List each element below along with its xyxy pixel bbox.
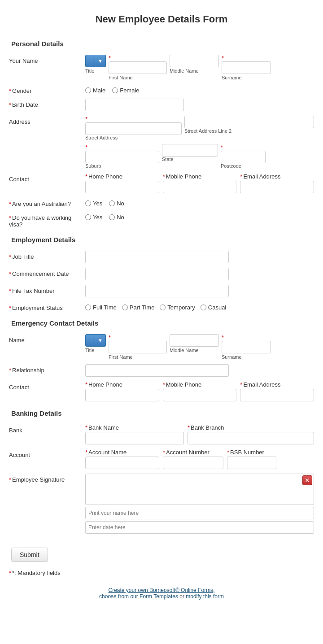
emergency-title-arrow[interactable]: ▼ bbox=[95, 334, 106, 347]
street1-group: * Street Address bbox=[85, 116, 182, 140]
account-name-header: *Account Name bbox=[85, 449, 159, 456]
emergency-mobile-phone-input[interactable] bbox=[163, 389, 237, 401]
address-row: Address * Street Address Street Address … bbox=[7, 116, 316, 169]
emergency-surname-input[interactable] bbox=[222, 341, 271, 353]
bsb-input[interactable] bbox=[227, 457, 276, 469]
file-tax-input[interactable] bbox=[85, 285, 229, 297]
job-title-row: *Job Title bbox=[7, 251, 316, 263]
suburb-group: * Suburb bbox=[85, 144, 159, 169]
casual-option[interactable]: Casual bbox=[201, 304, 226, 311]
australian-yes-option[interactable]: Yes bbox=[85, 200, 102, 207]
full-time-radio[interactable] bbox=[85, 305, 91, 310]
create-forms-link[interactable]: Create your own Borneosoft® Online Forms… bbox=[109, 587, 215, 593]
signature-name-input[interactable] bbox=[85, 507, 314, 519]
middle-name-label: Middle Name bbox=[170, 68, 219, 74]
account-row: Account *Account Name *Account Number *B… bbox=[7, 449, 316, 469]
modify-form-link[interactable]: modify this form bbox=[186, 593, 224, 600]
bank-input-row bbox=[85, 432, 314, 444]
relationship-input[interactable] bbox=[85, 364, 229, 377]
mobile-phone-input[interactable] bbox=[163, 181, 237, 193]
female-radio[interactable] bbox=[112, 87, 118, 93]
male-option[interactable]: Male bbox=[85, 87, 105, 94]
signature-clear-btn[interactable]: ✕ bbox=[302, 475, 312, 485]
full-time-label: Full Time bbox=[93, 304, 117, 311]
australian-row: *Are you an Australian? Yes No bbox=[7, 198, 316, 207]
file-tax-content bbox=[85, 285, 314, 297]
title-arrow-btn[interactable]: ▼ bbox=[95, 55, 106, 67]
postcode-input[interactable] bbox=[221, 151, 266, 163]
emergency-contact-heading: Emergency Contact Details bbox=[7, 316, 316, 331]
visa-yes-option[interactable]: Yes bbox=[85, 214, 102, 221]
street2-group: Street Address Line 2 bbox=[184, 116, 314, 140]
banking-details-section: Banking Details Bank *Bank Name *Bank Br… bbox=[7, 406, 316, 535]
home-phone-label-group: *Home Phone bbox=[85, 173, 159, 180]
mandatory-note: **: Mandatory fields bbox=[7, 568, 316, 578]
street1-input[interactable] bbox=[85, 122, 182, 135]
account-label: Account bbox=[9, 449, 85, 458]
title-dropdown[interactable]: ▼ bbox=[85, 55, 106, 67]
surname-input[interactable] bbox=[222, 61, 271, 74]
temporary-option[interactable]: Temporary bbox=[160, 304, 195, 311]
australian-yes-radio[interactable] bbox=[85, 200, 91, 206]
emergency-title-btn[interactable] bbox=[85, 334, 95, 347]
email-header: Email Address bbox=[243, 173, 280, 180]
bank-name-input[interactable] bbox=[85, 432, 184, 444]
suburb-label: Suburb bbox=[85, 163, 159, 169]
emergency-contact-inputs bbox=[85, 389, 314, 401]
bsb-header: *BSB Number bbox=[227, 449, 314, 456]
female-option[interactable]: Female bbox=[112, 87, 139, 94]
part-time-radio[interactable] bbox=[122, 305, 128, 310]
casual-radio[interactable] bbox=[201, 305, 206, 310]
middle-name-input[interactable] bbox=[170, 55, 219, 67]
part-time-option[interactable]: Part Time bbox=[122, 304, 155, 311]
personal-details-section: Personal Details Your Name ▼ Title * Fir… bbox=[7, 36, 316, 228]
australian-no-radio[interactable] bbox=[109, 200, 115, 206]
emergency-first-name-group: * First Name bbox=[109, 334, 167, 360]
account-name-input[interactable] bbox=[85, 457, 159, 469]
submit-button[interactable]: Submit bbox=[11, 548, 48, 562]
commencement-date-label: *Commencement Date bbox=[9, 268, 85, 277]
gender-label: *Gender bbox=[9, 85, 85, 94]
email-input[interactable] bbox=[240, 181, 314, 193]
relationship-row: *Relationship bbox=[7, 364, 316, 377]
signature-canvas[interactable]: ✕ bbox=[85, 474, 314, 505]
commencement-date-input[interactable] bbox=[85, 268, 229, 280]
australian-label: *Are you an Australian? bbox=[9, 198, 85, 207]
gender-content: Male Female bbox=[85, 85, 314, 94]
employee-signature-label: *Employee Signature bbox=[9, 474, 85, 483]
job-title-input[interactable] bbox=[85, 251, 229, 263]
form-templates-link[interactable]: choose from our Form Templates bbox=[99, 593, 178, 600]
visa-yes-label: Yes bbox=[93, 214, 102, 221]
first-name-group: * First Name bbox=[109, 55, 167, 80]
emergency-middle-name-input[interactable] bbox=[170, 334, 219, 347]
suburb-input[interactable] bbox=[85, 151, 159, 163]
emergency-contact-labels: *Home Phone *Mobile Phone *Email Address bbox=[85, 381, 314, 388]
emergency-title-dropdown[interactable]: ▼ bbox=[85, 334, 106, 347]
contact-label: Contact bbox=[9, 173, 85, 183]
temporary-radio[interactable] bbox=[160, 305, 166, 310]
gender-radio-group: Male Female bbox=[85, 85, 140, 94]
working-visa-content: Yes No bbox=[85, 212, 314, 221]
surname-required: * bbox=[222, 55, 270, 61]
state-input[interactable] bbox=[162, 144, 218, 157]
visa-no-radio[interactable] bbox=[109, 214, 115, 220]
bank-branch-input[interactable] bbox=[188, 432, 314, 444]
full-time-option[interactable]: Full Time bbox=[85, 304, 117, 311]
visa-no-option[interactable]: No bbox=[109, 214, 124, 221]
account-number-input[interactable] bbox=[163, 457, 223, 469]
emergency-first-name-input[interactable] bbox=[109, 341, 167, 353]
birth-date-content bbox=[85, 99, 314, 111]
street2-input[interactable] bbox=[184, 116, 314, 128]
title-select-btn[interactable] bbox=[85, 55, 95, 67]
home-phone-input[interactable] bbox=[85, 181, 159, 193]
visa-yes-radio[interactable] bbox=[85, 214, 91, 220]
first-name-input[interactable] bbox=[109, 61, 167, 74]
title-group: ▼ Title bbox=[85, 55, 106, 74]
male-radio[interactable] bbox=[85, 87, 91, 93]
signature-date-input[interactable] bbox=[85, 521, 314, 534]
birth-date-input[interactable] bbox=[85, 99, 184, 111]
australian-no-option[interactable]: No bbox=[109, 200, 124, 207]
or-text: or bbox=[179, 593, 184, 600]
emergency-email-input[interactable] bbox=[240, 389, 314, 401]
emergency-home-phone-input[interactable] bbox=[85, 389, 159, 401]
